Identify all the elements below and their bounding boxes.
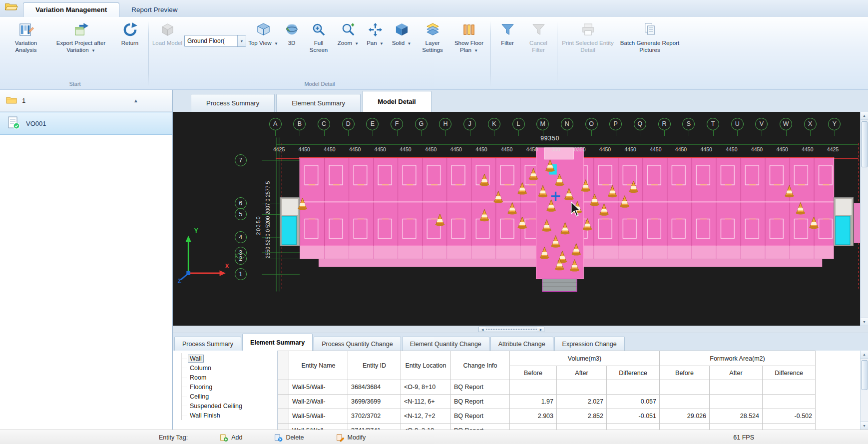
dimension-value: 4425 xyxy=(273,146,285,152)
table-row[interactable]: Wall-2/Wall- 3699/3699 <N-112, 6+ BQ Rep… xyxy=(278,395,816,409)
tree-item[interactable]: Column xyxy=(182,363,277,373)
tree-item[interactable]: Wall xyxy=(182,354,277,363)
dimension-value: 4450 xyxy=(375,146,386,152)
app-menu-icon[interactable] xyxy=(1,2,23,17)
col-formwork-before[interactable]: Before xyxy=(660,366,710,380)
cell-formwork-difference xyxy=(763,424,816,430)
show-floor-plan-button[interactable]: Show Floor Plan ▼ xyxy=(450,18,488,76)
scroll-up-icon[interactable]: ▲ xyxy=(861,351,868,359)
entity-tag-add[interactable]: Add xyxy=(220,434,242,442)
3d-button[interactable]: 3D xyxy=(280,18,303,76)
tree-item[interactable]: Room xyxy=(182,373,277,382)
layer-settings-label: Layer Settings xyxy=(416,40,449,53)
tree-item[interactable]: Suspended Ceiling xyxy=(182,401,277,411)
dimension-value: 4450 xyxy=(624,146,636,152)
tab-process-summary-top[interactable]: Process Summary xyxy=(191,94,275,112)
grid-letter: Y xyxy=(828,118,841,130)
tab-process-summary[interactable]: Process Summary xyxy=(174,337,241,351)
ribbon-separator xyxy=(148,21,149,86)
tab-element-summary[interactable]: Element Summary xyxy=(242,334,313,351)
col-volume-difference[interactable]: Difference xyxy=(607,366,660,380)
variation-analysis-button[interactable]: Variation Analysis xyxy=(4,18,48,76)
entity-tag-modify[interactable]: Modify xyxy=(336,434,366,442)
viewport-horizontal-scrollbar[interactable]: ◀ ▶ xyxy=(478,327,544,332)
tab-model-detail[interactable]: Model Detail xyxy=(362,91,432,112)
zoom-button[interactable]: Zoom ▼ xyxy=(334,18,362,76)
model-tab-bar: Process Summary Element Summary Model De… xyxy=(173,90,868,112)
model-viewport[interactable]: ABCDEFGHJKLMNOPQRSTUVWXY 99350 442544504… xyxy=(173,112,860,326)
scroll-down-icon[interactable]: ▼ xyxy=(861,318,868,326)
scroll-down-icon[interactable]: ▼ xyxy=(861,422,868,430)
layer-settings-icon xyxy=(425,22,440,37)
scrollbar-thumb[interactable] xyxy=(862,121,868,167)
col-formwork-after[interactable]: After xyxy=(710,366,763,380)
load-model-icon xyxy=(160,22,175,37)
col-group-volume[interactable]: Volume(m3) xyxy=(510,351,660,366)
tree-item[interactable]: Wall Finish xyxy=(182,411,277,420)
floor-plan-canvas[interactable] xyxy=(173,112,860,326)
col-group-formwork[interactable]: Formwork Area(m2) xyxy=(660,351,816,366)
col-formwork-difference[interactable]: Difference xyxy=(763,366,816,380)
cell-formwork-before xyxy=(660,424,710,430)
tab-attribute-change[interactable]: Attribute Change xyxy=(490,337,553,351)
scroll-left-icon[interactable]: ◀ xyxy=(479,327,485,332)
tab-variation-management[interactable]: Variation Management xyxy=(23,2,119,17)
modify-label: Modify xyxy=(348,434,366,441)
print-selected-entity-detail-button[interactable]: Print Selected Entity Detail xyxy=(560,18,616,76)
summary-tab-bar: Process Summary Element Summary Process … xyxy=(173,333,868,351)
dimension-value: 4450 xyxy=(450,146,462,152)
layer-settings-button[interactable]: Layer Settings xyxy=(416,18,449,76)
tab-expression-change[interactable]: Expression Change xyxy=(554,337,625,351)
col-volume-after[interactable]: After xyxy=(557,366,607,380)
viewport-vertical-scrollbar[interactable]: ▲ ▼ xyxy=(860,112,868,326)
entity-tag-delete[interactable]: Delete xyxy=(274,434,304,442)
return-button[interactable]: Return xyxy=(114,18,146,76)
cancel-filter-button[interactable]: Cancel Filter xyxy=(522,18,554,76)
filter-label: Filter xyxy=(501,40,514,47)
row-selector[interactable] xyxy=(278,409,289,424)
scroll-up-icon[interactable]: ▲ xyxy=(861,112,868,120)
col-entity-location[interactable]: Entity Location xyxy=(401,351,451,380)
grid-letter: O xyxy=(585,118,598,130)
batch-generate-report-pictures-button[interactable]: Batch Generate Report Pictures xyxy=(617,18,683,76)
scroll-right-icon[interactable]: ▶ xyxy=(537,327,544,332)
top-view-button[interactable]: Top View ▼ xyxy=(247,18,279,76)
grid-letter: V xyxy=(755,118,768,130)
printer-icon xyxy=(580,22,596,37)
col-entity-id[interactable]: Entity ID xyxy=(348,351,401,380)
col-entity-name[interactable]: Entity Name xyxy=(289,351,348,380)
full-screen-button[interactable]: Full Screen xyxy=(304,18,333,76)
tab-report-preview[interactable]: Report Preview xyxy=(119,3,189,17)
cell-formwork-after xyxy=(710,380,763,395)
table-row[interactable]: Wall-5/Wall- 3702/3702 <N-12, 7+2 BQ Rep… xyxy=(278,409,816,424)
col-change-info[interactable]: Change Info xyxy=(451,351,510,380)
floor-selector-dropdown-icon[interactable]: ▼ xyxy=(237,35,246,46)
sidebar-item-vo001[interactable]: VO001 xyxy=(0,112,172,135)
tab-element-quantity-change[interactable]: Element Quantity Change xyxy=(402,337,489,351)
table-row[interactable]: Wall-5/Wall- 3741/3741 <O-9, 2-10 BQ Rep… xyxy=(278,424,816,430)
solid-button[interactable]: Solid ▼ xyxy=(388,18,415,76)
pan-button[interactable]: Pan ▼ xyxy=(363,18,387,76)
cell-entity-name: Wall-5/Wall- xyxy=(289,409,348,424)
table-row[interactable]: Wall-5/Wall- 3684/3684 <O-9, 8+10 BQ Rep… xyxy=(278,380,816,395)
tab-element-summary-top[interactable]: Element Summary xyxy=(276,94,361,112)
sidebar-folder-header[interactable]: 1 ▲ xyxy=(0,90,172,112)
grid-letter: G xyxy=(415,118,428,130)
tree-item-label: Wall xyxy=(188,355,203,362)
load-model-button[interactable]: Load Model xyxy=(151,18,183,76)
row-selector[interactable] xyxy=(278,380,289,395)
row-selector[interactable] xyxy=(278,424,289,430)
filter-button[interactable]: Filter xyxy=(493,18,521,76)
row-selector[interactable] xyxy=(278,395,289,409)
scrollbar-thumb[interactable] xyxy=(486,328,537,331)
export-project-button[interactable]: Export Project after Variation ▼ xyxy=(49,18,113,76)
cell-volume-difference xyxy=(607,424,660,430)
tree-item[interactable]: Flooring xyxy=(182,382,277,392)
scrollbar-thumb[interactable] xyxy=(862,360,868,390)
col-volume-before[interactable]: Before xyxy=(510,366,557,380)
collapse-chevron-icon[interactable]: ▲ xyxy=(133,98,138,103)
table-vertical-scrollbar[interactable]: ▲ ▼ xyxy=(860,351,868,430)
floor-selector-combobox[interactable]: Ground Floor( ▼ xyxy=(184,35,246,47)
tree-item[interactable]: Ceiling xyxy=(182,392,277,401)
tab-process-quantity-change[interactable]: Process Quantity Change xyxy=(314,337,401,351)
